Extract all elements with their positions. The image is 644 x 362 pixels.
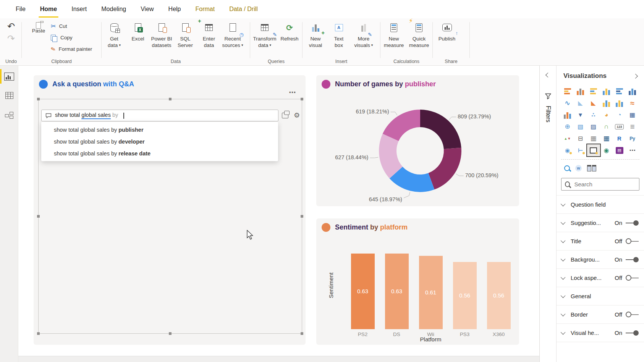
- refresh-button[interactable]: ⟳ Refresh: [278, 18, 301, 65]
- toggle-visual-he[interactable]: [626, 330, 639, 336]
- quick-measure-button[interactable]: ⚡ Quick measure: [406, 18, 432, 65]
- viz-type-qna-visual-icon[interactable]: [587, 144, 600, 156]
- publish-button[interactable]: ↑ Publish: [434, 18, 460, 65]
- new-measure-button[interactable]: New measure: [381, 18, 406, 65]
- viz-type-line-and-clustered-column-chart-icon[interactable]: [613, 97, 626, 109]
- redo-icon[interactable]: ↷: [7, 34, 15, 44]
- viz-type-clustered-bar-chart-icon[interactable]: [587, 85, 600, 97]
- viz-type-line-chart-icon[interactable]: ∿: [561, 97, 574, 109]
- enter-data-button[interactable]: + Enter data: [197, 18, 221, 65]
- resize-handle[interactable]: [37, 98, 40, 100]
- report-view-button[interactable]: [0, 68, 18, 85]
- bar-chart-plot[interactable]: Sentiment Platform 0.63PS20.63DS0.61Wii0…: [316, 218, 519, 345]
- resize-handle[interactable]: [301, 98, 303, 100]
- browse-visuals-icon[interactable]: [564, 163, 570, 173]
- model-view-button[interactable]: [0, 107, 18, 124]
- excel-button[interactable]: X Excel: [126, 18, 150, 65]
- viz-type-r-script-visual-icon[interactable]: R: [613, 133, 626, 144]
- format-section-lock-aspe[interactable]: Lock aspe...Off: [557, 268, 644, 287]
- viz-type-stacked-bar-chart-icon[interactable]: [561, 85, 574, 97]
- viz-type-gauge-icon[interactable]: ∩: [600, 121, 613, 133]
- paste-button[interactable]: Paste: [28, 22, 49, 34]
- viz-type-filled-map-icon[interactable]: ▧: [574, 121, 587, 133]
- viz-type-line-and-stacked-column-chart-icon[interactable]: [600, 97, 613, 109]
- donut-slice-700[interactable]: [428, 148, 461, 190]
- qna-suggestion-release-date[interactable]: show total global sales by release date: [41, 147, 278, 159]
- report-canvas[interactable]: Ask a question with Q&A ⋯ show total glo…: [18, 66, 539, 362]
- viz-type-area-chart-icon[interactable]: ◣: [574, 97, 587, 109]
- resize-handle[interactable]: [37, 215, 40, 218]
- text-box-button[interactable]: A Text box: [328, 18, 350, 65]
- viz-type-funnel-chart-icon[interactable]: ▼: [574, 109, 587, 121]
- toggle-title[interactable]: [626, 238, 639, 244]
- expand-filters-chevron-icon[interactable]: [545, 73, 550, 78]
- toggle-lock-aspe[interactable]: [626, 275, 639, 281]
- viz-type-map-icon[interactable]: ⊕: [561, 121, 574, 133]
- word-custom-visual-icon[interactable]: w: [575, 163, 582, 173]
- cut-button[interactable]: ✂ Cut: [51, 22, 92, 30]
- format-section-visual-he[interactable]: Visual he...On: [557, 323, 644, 342]
- viz-type-pie-chart-icon[interactable]: ◕: [600, 109, 613, 121]
- sql-server-button[interactable]: SQL Server: [173, 18, 197, 65]
- more-visuals-button[interactable]: ✎ More visuals▾: [350, 18, 377, 65]
- viz-type-python-visual-icon[interactable]: Py: [626, 133, 639, 144]
- resize-handle[interactable]: [37, 332, 40, 335]
- gear-icon[interactable]: ⚙: [294, 111, 300, 120]
- menu-item-modeling[interactable]: Modeling: [94, 0, 133, 18]
- viz-type-decomposition-tree-icon[interactable]: ⊢: [574, 144, 587, 156]
- undo-icon[interactable]: ↶: [7, 21, 15, 31]
- power-bi-datasets-button[interactable]: Power BI datasets: [150, 18, 173, 65]
- donut-chart[interactable]: 809 (23.79%)700 (20.59%)645 (18.97%)627 …: [316, 75, 519, 206]
- viz-type-shape-map-icon[interactable]: ▨: [587, 121, 600, 133]
- resize-handle[interactable]: [301, 332, 303, 335]
- viz-type-card-icon[interactable]: 123: [613, 121, 626, 133]
- more-options-icon[interactable]: ⋯: [289, 88, 296, 97]
- format-section-general[interactable]: General: [557, 287, 644, 305]
- viz-type-multi-row-card-icon[interactable]: ≣: [626, 121, 639, 133]
- menu-item-file[interactable]: File: [8, 0, 33, 18]
- donut-slice-809[interactable]: [420, 110, 461, 149]
- viz-type-key-influencers-icon[interactable]: ◉: [561, 144, 574, 156]
- tiles-custom-visual-icon[interactable]: [587, 163, 596, 173]
- search-input[interactable]: [573, 181, 636, 188]
- filters-pane-label[interactable]: Filters: [545, 106, 552, 123]
- field-search-box[interactable]: [561, 178, 639, 191]
- menu-item-format[interactable]: Format: [188, 0, 222, 18]
- viz-type-hundred-percent-stacked-bar-chart-icon[interactable]: [613, 85, 626, 97]
- viz-type-scatter-chart-icon[interactable]: ∴: [587, 109, 600, 121]
- viz-type-arcgis-map-icon[interactable]: ◉: [600, 144, 613, 156]
- viz-type-stacked-column-chart-icon[interactable]: [574, 85, 587, 97]
- menu-item-data-drill[interactable]: Data / Drill: [222, 0, 265, 18]
- menu-item-view[interactable]: View: [133, 0, 161, 18]
- recent-sources-button[interactable]: ◷ Recent sources▾: [221, 18, 244, 65]
- resize-handle[interactable]: [169, 332, 172, 335]
- viz-type-stacked-area-chart-icon[interactable]: ◣: [587, 97, 600, 109]
- resize-handle[interactable]: [169, 98, 172, 100]
- copy-button[interactable]: Copy: [51, 34, 92, 42]
- toggle-backgrou[interactable]: [626, 257, 639, 263]
- format-section-suggestio[interactable]: Suggestio...On: [557, 213, 644, 232]
- format-section-border[interactable]: BorderOff: [557, 305, 644, 323]
- viz-type-paginated-report-icon[interactable]: ▤: [613, 144, 626, 156]
- resize-handle[interactable]: [301, 215, 303, 218]
- transform-data-button[interactable]: ✎ Transform data▾: [251, 18, 278, 65]
- viz-type-waterfall-chart-icon[interactable]: [561, 109, 574, 121]
- format-painter-button[interactable]: ✎ Format painter: [51, 45, 92, 53]
- format-section-backgrou[interactable]: Backgrou...On: [557, 250, 644, 268]
- viz-type-more-options-icon[interactable]: ⋯: [626, 144, 639, 156]
- viz-type-donut-chart-icon[interactable]: ◔: [613, 109, 626, 121]
- format-section-question-field[interactable]: Question field: [557, 195, 644, 213]
- menu-item-help[interactable]: Help: [161, 0, 188, 18]
- viz-type-hundred-percent-stacked-column-chart-icon[interactable]: [626, 85, 639, 97]
- toggle-border[interactable]: [626, 312, 639, 318]
- donut-visual-card[interactable]: Number of games by publisher 809 (23.79%…: [316, 75, 519, 206]
- viz-type-matrix-icon[interactable]: ▦: [600, 133, 613, 144]
- qna-suggestion-developer[interactable]: show total global sales by developer: [41, 136, 278, 147]
- convert-to-standard-visual-icon[interactable]: [282, 113, 288, 118]
- menu-item-insert[interactable]: Insert: [64, 0, 94, 18]
- get-data-button[interactable]: Get data▾: [102, 18, 126, 65]
- qna-visual-card[interactable]: Ask a question with Q&A ⋯ show total glo…: [34, 75, 306, 345]
- viz-type-treemap-icon[interactable]: ▦: [626, 109, 639, 121]
- bar-visual-card[interactable]: Sentiment by platform Sentiment Platform…: [316, 218, 519, 345]
- toggle-suggestio[interactable]: [626, 220, 639, 226]
